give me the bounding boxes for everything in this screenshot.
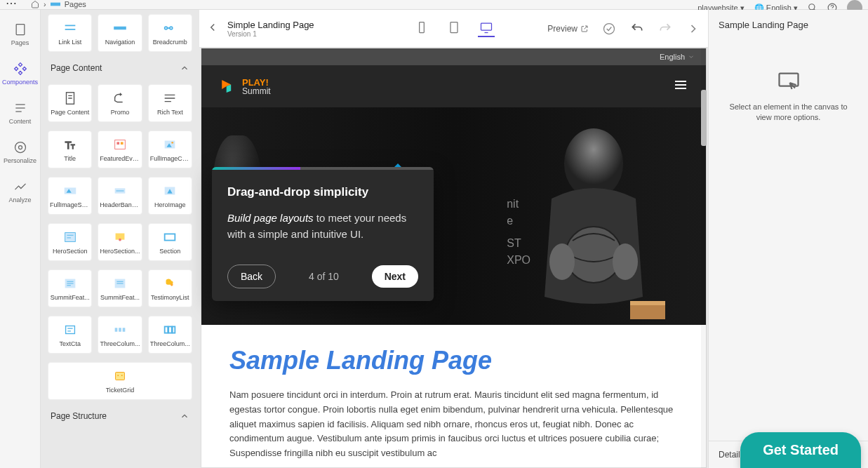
svg-rect-79 xyxy=(630,301,665,305)
component-icon xyxy=(62,322,78,337)
svg-point-77 xyxy=(613,243,638,280)
breadcrumb[interactable]: › Pages xyxy=(31,0,86,8)
site-logo[interactable]: PLAY! Summit xyxy=(218,77,271,95)
component-label: FeaturedEve... xyxy=(100,155,140,162)
forward-nav-button[interactable] xyxy=(686,21,701,36)
component-card[interactable]: TicketGrid xyxy=(48,362,192,400)
component-card[interactable]: HeroSection xyxy=(48,223,92,261)
component-label: HeroImage xyxy=(150,201,190,208)
svg-point-67 xyxy=(604,23,615,34)
component-label: HeroSection xyxy=(50,248,90,255)
rail-analyze[interactable]: Analyze xyxy=(0,180,40,203)
inspector-title: Sample Landing Page xyxy=(709,10,868,40)
svg-rect-64 xyxy=(450,22,458,32)
menu-icon[interactable] xyxy=(672,76,689,96)
component-card[interactable]: FullImageSe... xyxy=(48,177,92,215)
undo-button[interactable] xyxy=(629,21,645,36)
tour-back-button[interactable]: Back xyxy=(227,265,276,288)
component-card[interactable]: Section xyxy=(148,223,192,261)
component-icon xyxy=(112,91,128,106)
body-content: Sample Landing Page Nam posuere tincidun… xyxy=(201,325,706,468)
component-card[interactable]: TestimonyList xyxy=(148,269,192,307)
editor-toolbar: Simple Landing Page Version 1 Preview xyxy=(199,10,708,48)
svg-point-15 xyxy=(170,27,173,29)
component-icon xyxy=(112,276,128,291)
component-card[interactable]: ThreeColum... xyxy=(98,316,142,354)
component-label: TicketGrid xyxy=(50,387,190,394)
tour-title: Drag-and-drop simplicity xyxy=(227,185,418,199)
get-started-button[interactable]: Get Started xyxy=(740,432,861,468)
logo-icon xyxy=(218,77,236,95)
component-link-list[interactable]: Link List xyxy=(48,14,92,52)
site-language-bar[interactable]: English xyxy=(201,48,706,65)
body-paragraph: Nam posuere tincidunt orci in interdum. … xyxy=(229,388,678,461)
hero-box-icon xyxy=(625,294,681,322)
component-label: TextCta xyxy=(50,340,90,347)
component-card[interactable]: Page Content xyxy=(48,84,92,122)
svg-point-41 xyxy=(119,239,121,241)
device-mobile[interactable] xyxy=(413,20,430,37)
svg-rect-60 xyxy=(116,373,125,380)
tour-next-button[interactable]: Next xyxy=(372,265,418,288)
svg-point-10 xyxy=(15,142,25,153)
component-card[interactable]: HeaderBann... xyxy=(98,177,142,215)
component-card[interactable]: TextCta xyxy=(48,316,92,354)
site-header: PLAY! Summit xyxy=(201,65,706,107)
component-card[interactable]: SummitFeat... xyxy=(98,269,142,307)
svg-point-75 xyxy=(566,227,622,283)
component-label: Title xyxy=(50,155,90,162)
section-page-structure[interactable]: Page Structure xyxy=(41,404,199,428)
tour-popup: Drag-and-drop simplicity Build page layo… xyxy=(212,167,434,301)
component-card[interactable]: HeroImage xyxy=(148,177,192,215)
svg-rect-65 xyxy=(481,23,491,30)
svg-rect-0 xyxy=(51,3,60,6)
component-card[interactable]: FeaturedEve... xyxy=(98,131,142,168)
canvas-scrollbar[interactable] xyxy=(701,48,707,468)
component-icon xyxy=(62,229,78,245)
component-card[interactable]: Rich Text xyxy=(148,84,192,122)
preview-button[interactable]: Preview xyxy=(547,24,589,34)
component-breadcrumb[interactable]: Breadcrumb xyxy=(148,14,192,52)
page-title: Simple Landing Page xyxy=(227,20,314,30)
component-icon: TT xyxy=(62,137,78,152)
breadcrumb-label: Pages xyxy=(65,0,86,8)
component-navigation[interactable]: Navigation xyxy=(98,14,142,52)
components-panel: Link List Navigation Breadcrumb Page Con… xyxy=(41,10,199,468)
rail-components[interactable]: Components xyxy=(0,62,40,86)
svg-point-1 xyxy=(809,4,815,10)
workflow-status-icon[interactable] xyxy=(601,21,617,36)
chevron-down-icon xyxy=(688,53,695,60)
device-tablet[interactable] xyxy=(446,20,462,37)
component-card[interactable]: Promo xyxy=(98,84,142,122)
inspector-panel: Sample Landing Page Select an element in… xyxy=(708,10,868,468)
svg-rect-25 xyxy=(115,140,126,149)
rail-personalize[interactable]: Personalize xyxy=(0,140,40,164)
device-desktop[interactable] xyxy=(478,20,495,37)
component-card[interactable]: TTTitle xyxy=(48,131,92,168)
hero-athlete-image xyxy=(502,114,685,318)
back-button[interactable] xyxy=(206,21,219,36)
svg-point-30 xyxy=(172,142,174,144)
rail-pages[interactable]: Pages xyxy=(0,22,40,46)
page-version: Version 1 xyxy=(227,30,314,38)
svg-rect-54 xyxy=(115,328,118,332)
svg-rect-37 xyxy=(65,233,75,242)
svg-point-76 xyxy=(549,243,575,280)
chevron-up-icon xyxy=(180,411,189,421)
select-element-icon xyxy=(776,68,801,93)
svg-text:T: T xyxy=(71,143,75,150)
svg-point-62 xyxy=(121,375,123,376)
app-menu-icon[interactable]: ⋯ xyxy=(6,0,17,7)
component-card[interactable]: SummitFeat... xyxy=(48,269,92,307)
svg-point-9 xyxy=(18,146,22,149)
component-label: FullImageSe... xyxy=(50,201,90,208)
component-card[interactable]: HeroSection... xyxy=(98,223,142,261)
svg-point-14 xyxy=(165,27,168,29)
svg-rect-63 xyxy=(419,22,424,32)
component-card[interactable]: FullImageCT... xyxy=(148,131,192,168)
section-page-content[interactable]: Page Content xyxy=(41,56,199,80)
rail-content[interactable]: Content xyxy=(0,101,40,125)
chevron-up-icon xyxy=(180,63,189,73)
svg-rect-57 xyxy=(165,326,168,333)
component-card[interactable]: ThreeColum... xyxy=(148,316,192,354)
